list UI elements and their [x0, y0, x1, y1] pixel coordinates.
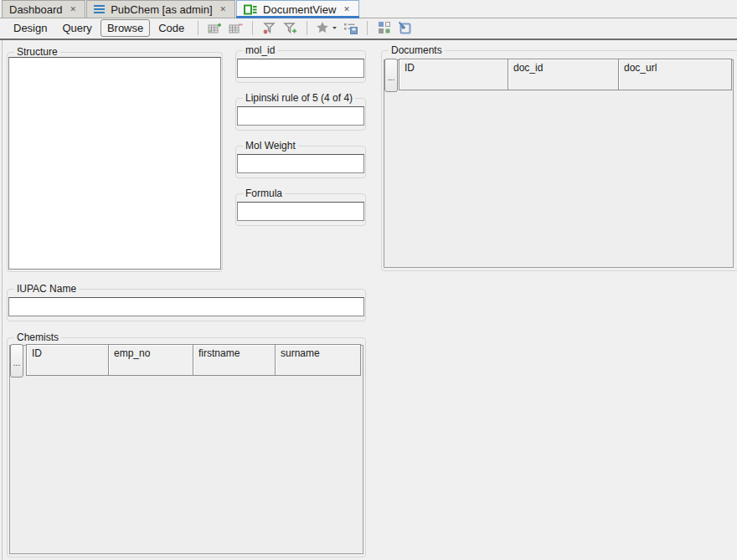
tab-documentview-label: DocumentView: [263, 3, 336, 16]
edit-window-icon: [398, 21, 412, 34]
structure-field[interactable]: [8, 57, 221, 270]
mol-weight-field[interactable]: [237, 154, 364, 173]
table-delete-icon: [229, 22, 243, 34]
close-icon[interactable]: ✕: [69, 5, 79, 14]
close-icon[interactable]: ✕: [219, 5, 229, 14]
chemists-column-header-firstname[interactable]: firstname: [193, 344, 276, 376]
chemists-grid-body[interactable]: [9, 345, 363, 554]
toolbar-separator: [367, 21, 368, 35]
chemists-column-header-id[interactable]: ID: [26, 344, 109, 376]
documents-label: Documents: [389, 44, 445, 56]
query-view-button[interactable]: Query: [55, 19, 98, 37]
add-filter-button[interactable]: [281, 19, 300, 37]
tab-documentview[interactable]: DocumentView ✕: [236, 0, 359, 18]
panel-edge: [2, 40, 3, 560]
structure-label: Structure: [14, 46, 60, 58]
formula-field[interactable]: [237, 202, 364, 221]
form-view-icon: [244, 4, 257, 15]
mol-id-label: mol_id: [243, 44, 277, 56]
filter-icon: [262, 22, 276, 34]
menu-icon: [94, 3, 105, 15]
formula-label: Formula: [243, 188, 285, 199]
filter-add-icon: [283, 22, 297, 34]
documents-column-header-doc-id[interactable]: doc_id: [508, 59, 619, 90]
add-record-button[interactable]: [205, 19, 224, 37]
tab-dashboard[interactable]: Dashboard ✕: [2, 0, 85, 18]
filter-button[interactable]: [260, 19, 279, 37]
documents-column-header-doc-url[interactable]: doc_url: [618, 59, 732, 90]
documents-grid-body[interactable]: [384, 59, 734, 268]
close-icon[interactable]: ✕: [342, 5, 352, 14]
code-view-button[interactable]: Code: [152, 19, 191, 37]
chemists-column-header-emp-no[interactable]: emp_no: [108, 344, 193, 376]
chemists-row-selector-button[interactable]: ...: [10, 344, 23, 378]
lipinski-field[interactable]: [237, 106, 364, 126]
save-list-layout-button[interactable]: [341, 19, 360, 37]
iupac-label: IUPAC Name: [14, 283, 79, 295]
chemists-label: Chemists: [14, 331, 61, 343]
documents-column-header-id[interactable]: ID: [399, 59, 508, 90]
chemists-column-header-surname[interactable]: surname: [275, 344, 361, 376]
toolbar-separator: [307, 21, 307, 35]
tab-bar: Dashboard ✕ PubChem [as admin] ✕ Documen…: [0, 0, 737, 18]
open-designer-button[interactable]: [395, 19, 415, 37]
mol-id-field[interactable]: [237, 59, 364, 78]
form-canvas: Structure mol_id Lipinski rule of 5 (4 o…: [0, 40, 737, 560]
browse-view-button[interactable]: Browse: [100, 19, 150, 37]
iupac-name-field[interactable]: [8, 297, 364, 316]
tab-dashboard-label: Dashboard: [9, 3, 63, 16]
favorites-button[interactable]: [314, 19, 339, 37]
delete-record-button[interactable]: [226, 19, 245, 37]
star-icon: [317, 22, 329, 33]
mol-weight-label: Mol Weight: [243, 140, 298, 152]
layout-blocks-icon: [378, 21, 391, 34]
tab-pubchem-label: PubChem [as admin]: [111, 3, 212, 16]
list-save-icon: [343, 22, 358, 34]
toolbar: Design Query Browse Code: [0, 18, 737, 40]
toolbar-separator: [252, 21, 253, 35]
tab-pubchem[interactable]: PubChem [as admin] ✕: [86, 0, 235, 18]
layout-blocks-button[interactable]: [374, 19, 394, 37]
documents-row-selector-button[interactable]: ...: [384, 59, 398, 92]
chevron-down-icon: [332, 27, 337, 29]
lipinski-label: Lipinski rule of 5 (4 of 4): [243, 92, 355, 104]
design-view-button[interactable]: Design: [7, 19, 54, 37]
table-add-icon: [208, 22, 222, 34]
toolbar-separator: [198, 21, 198, 35]
